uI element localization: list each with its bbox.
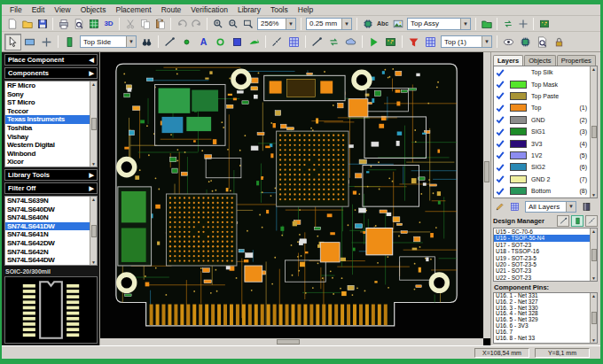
expand-right-icon[interactable]: ▶: [90, 70, 94, 77]
scrollbar-thumb[interactable]: [277, 339, 300, 345]
design-list-scrollbar[interactable]: ▲▼: [590, 228, 597, 281]
layer-row[interactable]: SIG1(3): [494, 126, 590, 137]
open-library-button[interactable]: [479, 17, 494, 31]
layer-setup-button[interactable]: [508, 200, 521, 213]
manufacturer-item[interactable]: ST Micro: [5, 98, 90, 107]
canvas-horizontal-scrollbar[interactable]: [100, 338, 483, 345]
board-side-combo[interactable]: Top Side ▼: [80, 35, 137, 48]
sort-button[interactable]: [557, 215, 569, 227]
design-item[interactable]: U17 - SOT-23: [494, 242, 590, 248]
pin-item[interactable]: U16. 8 - Net 33: [494, 336, 590, 342]
manufacturer-item[interactable]: Texas Instruments: [5, 115, 90, 124]
layer-color-swatch[interactable]: [510, 128, 527, 136]
place-component-header[interactable]: Place Component ◀: [4, 54, 98, 66]
layer-list[interactable]: Top SilkTop MaskTop PasteTop(1)GND(2)SIG…: [493, 66, 598, 198]
layer-color-swatch[interactable]: [510, 68, 527, 76]
measure-tool-button[interactable]: [269, 34, 286, 50]
manufacturer-item[interactable]: Xicor: [5, 158, 90, 167]
undo-button[interactable]: [174, 17, 189, 31]
zoom-out-button[interactable]: [225, 17, 240, 31]
zoom-in-button[interactable]: [210, 17, 225, 31]
manufacturer-list-scrollbar[interactable]: ▲▼: [90, 81, 97, 167]
expand-right-icon[interactable]: ▶: [90, 172, 94, 179]
zoom-window-button[interactable]: [240, 17, 255, 31]
place-line-button[interactable]: [161, 34, 178, 50]
scroll-down-icon[interactable]: ▼: [91, 161, 96, 167]
design-item[interactable]: U16 - TSOP-56-N4: [494, 235, 590, 241]
part-item[interactable]: SN74LS642N: [5, 248, 90, 257]
cut-button[interactable]: [122, 17, 137, 31]
menu-item[interactable]: Objects: [76, 5, 111, 14]
scroll-up-icon[interactable]: ▲: [591, 228, 596, 234]
new-file-button[interactable]: [4, 17, 20, 31]
scrollbar-thumb[interactable]: [91, 225, 97, 237]
layer-visible-checkmark-icon[interactable]: [496, 80, 505, 89]
manufacturer-list[interactable]: RF MicroSonyST MicroTeccorTexas Instrume…: [4, 81, 98, 167]
components-view-button[interactable]: [571, 215, 583, 227]
collapse-left-icon[interactable]: ◀: [90, 57, 94, 64]
scroll-up-icon[interactable]: ▲: [591, 293, 596, 298]
part-item[interactable]: SN74LS642DW: [5, 239, 90, 248]
grid-size-combo[interactable]: 0.25 mm ▼: [306, 18, 352, 30]
filter-header[interactable]: Filter Off ▶: [4, 182, 98, 194]
layer-row[interactable]: 1V2(5): [494, 150, 590, 161]
layer-color-swatch[interactable]: [510, 81, 527, 89]
layer-visible-checkmark-icon[interactable]: [496, 174, 505, 183]
highlight-net-button[interactable]: [517, 34, 534, 50]
layer-visible-checkmark-icon[interactable]: [496, 68, 505, 77]
layer-visible-checkmark-icon[interactable]: [496, 187, 505, 196]
menu-item[interactable]: Help: [294, 5, 317, 14]
part-item[interactable]: SN74LS640DW: [5, 205, 90, 214]
layer-row[interactable]: Top Paste: [494, 90, 590, 102]
layer-color-swatch[interactable]: [510, 151, 527, 159]
part-list[interactable]: SN74LS639NSN74LS640DWSN74LS640NSN74LS641…: [4, 196, 98, 266]
canvas-vertical-scrollbar[interactable]: [483, 52, 490, 338]
pin-item[interactable]: U16. 1 - Net 331: [494, 293, 590, 299]
pin-item[interactable]: U16. 4 - Net 328: [494, 311, 590, 317]
run-drc-button[interactable]: [365, 34, 382, 50]
design-item[interactable]: U19 - SOT-23-5: [494, 255, 590, 261]
layer-row[interactable]: GND(2): [494, 114, 590, 126]
nets-view-button[interactable]: [585, 215, 598, 227]
tab-layers[interactable]: Layers: [493, 55, 523, 66]
zoom-level-combo[interactable]: 256% ▼: [257, 18, 296, 30]
menu-item[interactable]: Library: [233, 5, 265, 14]
settings-button[interactable]: [515, 17, 530, 31]
layer-visible-checkmark-icon[interactable]: [496, 151, 505, 159]
menu-item[interactable]: Tools: [266, 5, 293, 14]
expand-right-icon[interactable]: ▶: [90, 185, 94, 192]
3d-view-button[interactable]: 3D: [101, 17, 116, 31]
layer-row[interactable]: GND 2(7): [494, 174, 590, 185]
place-polygon-button[interactable]: [229, 34, 246, 50]
menu-item[interactable]: Placement: [111, 5, 155, 14]
layer-row[interactable]: Top Silk: [494, 66, 590, 78]
open-file-button[interactable]: [20, 17, 35, 31]
tab-objects[interactable]: Objects: [524, 55, 555, 66]
layer-book-button[interactable]: [580, 200, 593, 213]
filter-button[interactable]: [405, 34, 422, 50]
layer-color-swatch[interactable]: [510, 92, 527, 100]
layer-filter-combo[interactable]: All Layers ▼: [525, 201, 576, 213]
crosshair-tool-button[interactable]: [38, 34, 55, 50]
menu-item[interactable]: Verification: [186, 5, 232, 14]
part-item[interactable]: SN74LS644DW: [5, 256, 90, 265]
board-setup-button[interactable]: [382, 34, 399, 50]
print-preview-button[interactable]: [71, 17, 86, 31]
scroll-down-icon[interactable]: ▼: [591, 275, 596, 281]
chevron-down-icon[interactable]: ▼: [482, 36, 491, 47]
pin-item[interactable]: U16. 6 - 3V3: [494, 323, 590, 329]
design-item[interactable]: U22 - SOT-23: [494, 275, 590, 281]
select-tool-button[interactable]: [4, 34, 21, 50]
layer-color-swatch[interactable]: [510, 163, 527, 171]
menu-item[interactable]: Route: [157, 5, 186, 14]
layer-row[interactable]: 3V3(4): [494, 137, 590, 149]
components-header[interactable]: Components ▶: [4, 67, 98, 79]
design-item[interactable]: U18 - TSSOP-16: [494, 248, 590, 254]
manufacturer-item[interactable]: Toshiba: [5, 124, 90, 133]
pin-item[interactable]: U16. 7: [494, 329, 590, 336]
manufacturer-item[interactable]: Western Digital: [5, 141, 90, 150]
manufacturer-item[interactable]: Sony: [5, 90, 90, 99]
part-item[interactable]: SN74LS641DW: [5, 222, 90, 231]
active-layer-combo[interactable]: Top (1) ▼: [441, 35, 492, 48]
chevron-down-icon[interactable]: ▼: [126, 36, 136, 47]
